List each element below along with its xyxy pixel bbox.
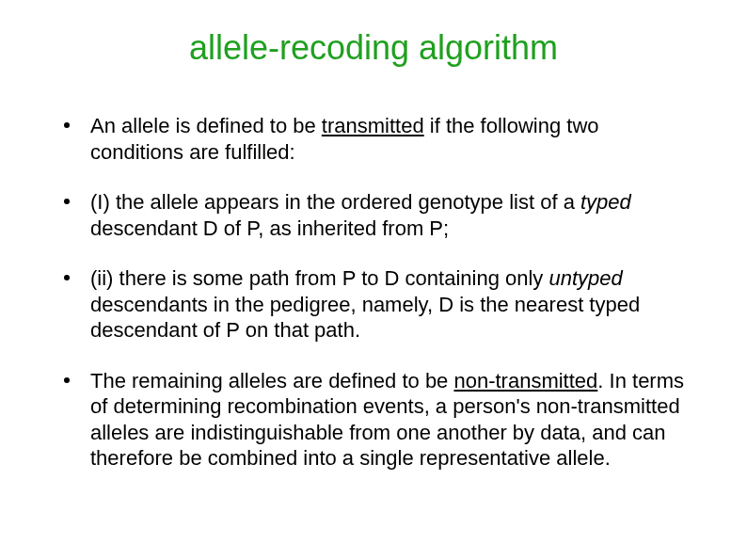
bullet-item: (ii) there is some path from P to D cont… (56, 265, 691, 344)
bullet-text-pre: The remaining alleles are defined to be (90, 369, 453, 392)
bullet-text-post: descendant D of P, as inherited from P; (90, 216, 449, 240)
bullet-text-underline: non-transmitted (453, 369, 597, 392)
bullet-text-italic: typed (580, 190, 631, 214)
bullet-text-pre: (I) the allele appears in the ordered ge… (90, 190, 580, 214)
bullet-text-pre: (ii) there is some path from P to D cont… (90, 266, 548, 290)
slide-content: An allele is defined to be transmitted i… (56, 113, 691, 496)
bullet-item: (I) the allele appears in the ordered ge… (56, 189, 691, 241)
bullet-item: An allele is defined to be transmitted i… (56, 113, 691, 165)
bullet-list: An allele is defined to be transmitted i… (56, 113, 691, 472)
slide-title: allele-recoding algorithm (0, 28, 747, 68)
bullet-item: The remaining alleles are defined to be … (56, 368, 691, 472)
slide: allele-recoding algorithm An allele is d… (0, 0, 747, 560)
bullet-text-italic: untyped (548, 266, 622, 290)
bullet-text-pre: An allele is defined to be (90, 114, 322, 137)
bullet-text-underline: transmitted (322, 114, 424, 137)
bullet-text-post: descendants in the pedigree, namely, D i… (90, 293, 640, 343)
